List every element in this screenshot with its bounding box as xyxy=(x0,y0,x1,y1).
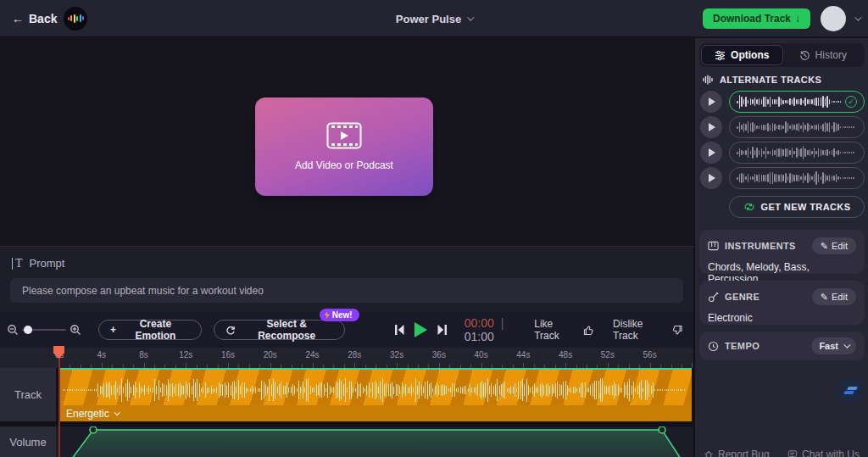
download-label: Download Track xyxy=(713,13,791,25)
thumbs-down-icon[interactable] xyxy=(671,324,683,337)
volume-row-label: Volume xyxy=(0,426,56,457)
alternate-track-1: ✓ xyxy=(700,91,865,113)
timeline: 0s4s8s12s16s20s24s28s32s36s40s44s48s52s5… xyxy=(0,348,693,457)
volume-handle[interactable] xyxy=(90,426,97,433)
clock-icon xyxy=(708,341,719,352)
zoom-out-icon[interactable] xyxy=(7,324,19,336)
history-icon xyxy=(799,50,810,61)
waveform xyxy=(737,168,857,188)
edit-genre-button[interactable]: ✎ Edit xyxy=(812,288,856,305)
track-title-dropdown[interactable]: Power Pulse xyxy=(396,0,472,37)
ruler-tick-label: 44s xyxy=(516,350,530,359)
play-icon[interactable] xyxy=(700,167,722,189)
thumbs-up-icon[interactable] xyxy=(583,324,595,337)
audio-track-clip[interactable]: Energetic xyxy=(59,368,692,421)
recompose-label: Select & Recompose xyxy=(241,318,333,342)
instruments-title: INSTRUMENTS xyxy=(725,241,796,251)
step-forward-icon[interactable] xyxy=(436,323,449,337)
download-track-button[interactable]: Download Track ↓ xyxy=(703,8,810,29)
step-back-icon[interactable] xyxy=(392,323,406,337)
prompt-input[interactable] xyxy=(10,278,683,303)
create-emotion-label: Create Emotion xyxy=(121,318,190,342)
chevron-down-icon xyxy=(114,410,120,415)
sidebar-footer: Report Bug Chat with Us xyxy=(695,449,868,457)
bolt-icon xyxy=(325,311,330,319)
ruler-tick-label: 52s xyxy=(601,350,615,359)
track-title: Power Pulse xyxy=(396,13,461,25)
waveform-pill[interactable] xyxy=(729,116,865,138)
zoom-in-icon[interactable] xyxy=(70,324,81,336)
chat-with-us-link[interactable]: Chat with Us xyxy=(787,449,860,457)
avatar[interactable] xyxy=(821,6,846,31)
guitar-icon xyxy=(708,292,719,303)
music-editor-window: ← Back Power Pulse Download Track ↓ xyxy=(0,0,868,457)
tab-options[interactable]: Options xyxy=(701,45,783,65)
get-new-tracks-button[interactable]: GET NEW TRACKS xyxy=(729,196,865,218)
zoom-slider-handle[interactable] xyxy=(24,326,32,334)
text-cursor-icon: T xyxy=(12,258,23,270)
alternate-track-3 xyxy=(700,142,865,164)
brand-logo[interactable] xyxy=(64,7,87,31)
timeline-ruler[interactable]: 0s4s8s12s16s20s24s28s32s36s40s44s48s52s5… xyxy=(0,348,693,368)
play-icon[interactable] xyxy=(700,116,722,138)
emotion-selector[interactable]: Energetic xyxy=(59,405,692,421)
volume-envelope[interactable] xyxy=(59,426,692,457)
genre-title: GENRE xyxy=(725,292,760,302)
tab-history[interactable]: History xyxy=(783,45,864,65)
add-media-label: Add Video or Podcast xyxy=(295,159,393,171)
alternate-tracks-title: ALTERNATE TRACKS xyxy=(720,75,821,85)
ruler-tick-label: 40s xyxy=(475,350,488,359)
waveform-pill[interactable] xyxy=(729,167,865,189)
account-chevron-icon[interactable] xyxy=(854,14,861,20)
pencil-icon: ✎ xyxy=(821,241,828,252)
waveform xyxy=(737,92,842,112)
soundful-logo-button[interactable] xyxy=(839,379,862,402)
ruler-tick-label: 12s xyxy=(179,350,192,359)
like-track-label[interactable]: Like Track xyxy=(534,318,576,342)
chevron-down-icon xyxy=(467,14,474,20)
time-display: 00:00 | 01:00 xyxy=(465,316,535,343)
tempo-card: TEMPO Fast xyxy=(699,332,865,360)
tempo-title: TEMPO xyxy=(725,341,760,351)
alternate-track-2 xyxy=(700,116,865,138)
tempo-select[interactable]: Fast xyxy=(811,337,856,354)
play-icon[interactable] xyxy=(700,91,722,113)
add-media-card[interactable]: Add Video or Podcast xyxy=(255,98,433,196)
genre-card: GENRE ✎ Edit Electronic xyxy=(699,281,865,325)
sidebar-tabs: Options History xyxy=(699,43,865,67)
volume-handle[interactable] xyxy=(659,426,665,433)
dislike-track-label[interactable]: Dislike Track xyxy=(613,318,665,342)
prompt-label: Prompt xyxy=(30,257,65,270)
alternate-track-4 xyxy=(700,167,865,189)
play-icon[interactable] xyxy=(700,142,722,164)
play-button[interactable] xyxy=(415,322,427,337)
prompt-section: T Prompt xyxy=(0,246,693,312)
playhead-line xyxy=(58,348,60,457)
ruler-tick-label: 48s xyxy=(559,350,572,359)
edit-instruments-button[interactable]: ✎ Edit xyxy=(812,237,856,254)
ruler-tick-label: 56s xyxy=(643,350,657,359)
zoom-slider[interactable] xyxy=(22,329,66,331)
ruler-tick-label: 16s xyxy=(221,350,235,359)
options-sidebar: Options History ALTERNATE TRACKS xyxy=(693,38,868,457)
create-emotion-button[interactable]: + Create Emotion xyxy=(98,320,202,340)
select-recompose-button[interactable]: Select & Recompose New! xyxy=(214,320,345,340)
ruler-tick-label: 20s xyxy=(264,350,277,359)
pencil-icon: ✎ xyxy=(821,292,828,303)
waveform xyxy=(737,117,857,137)
time-total: 01:00 xyxy=(465,330,494,343)
waveform-pill-selected[interactable]: ✓ xyxy=(729,91,865,113)
sliders-icon xyxy=(715,50,726,61)
report-bug-link[interactable]: Report Bug xyxy=(704,449,770,457)
piano-icon xyxy=(708,241,719,251)
instruments-card: INSTRUMENTS ✎ Edit Chords, Melody, Bass,… xyxy=(699,230,865,274)
video-canvas: Add Video or Podcast xyxy=(0,38,693,246)
volume-row: Volume xyxy=(0,426,693,457)
back-label: Back xyxy=(29,12,57,25)
back-button[interactable]: ← Back xyxy=(12,12,57,25)
back-arrow-icon: ← xyxy=(12,12,24,25)
track-row: Track Energetic xyxy=(0,368,693,421)
ruler-tick-label: 36s xyxy=(432,350,446,359)
download-icon: ↓ xyxy=(795,13,800,25)
waveform-pill[interactable] xyxy=(729,142,865,164)
